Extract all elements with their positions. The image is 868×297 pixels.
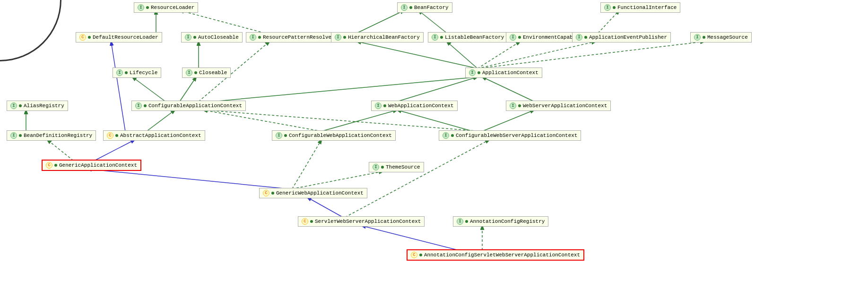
node-beanfactory[interactable]: IBeanFactory [397,2,452,13]
svg-line-13 [447,42,477,68]
node-aliasregistry[interactable]: IAliasRegistry [7,101,68,111]
node-label: DefaultResourceLoader [93,34,158,40]
node-applicationeventpublisher[interactable]: IApplicationEventPublisher [572,32,671,42]
svg-line-33 [362,226,459,250]
node-configurableapplicationcontext[interactable]: IConfigurableApplicationContext [131,101,246,111]
node-lifecycle[interactable]: ILifecycle [113,68,161,78]
node-label: AliasRegistry [24,103,64,109]
node-messagesource[interactable]: IMessageSource [690,32,752,42]
node-label: HierarchicalBeanFactory [348,34,420,40]
svg-line-14 [477,42,520,68]
node-abstractapplicationcontext[interactable]: CAbstractApplicationContext [103,130,205,141]
node-type-badge: I [116,69,123,76]
node-label: ConfigurableApplicationContext [148,103,242,109]
node-label: EnvironmentCapable [523,34,579,40]
node-dot [258,36,261,39]
node-annotationconfigregistry[interactable]: IAnnotationConfigRegistry [453,216,548,227]
node-annotationconfigservletwebserverapplicationcontext[interactable]: CAnnotationConfigServletWebServerApplica… [407,249,584,261]
node-label: ApplicationEventPublisher [589,34,667,40]
svg-line-26 [203,110,482,131]
node-dot [477,71,480,74]
node-dot [451,134,454,137]
node-dot [409,6,412,9]
svg-line-2 [357,10,404,33]
node-dot [88,36,91,39]
node-environmentcapable[interactable]: IEnvironmentCapable [506,32,583,42]
node-label: AutoCloseable [198,34,239,40]
svg-line-7 [132,77,165,102]
node-dot [584,36,587,39]
node-label: ResourcePatternResolver [263,34,335,40]
node-type-badge: I [276,132,282,139]
node-beandefinitionregistry[interactable]: IBeanDefinitionRegistry [7,130,96,141]
svg-line-3 [418,10,447,33]
node-label: FunctionalInterface [617,5,677,10]
svg-line-1 [180,10,265,33]
node-type-badge: I [510,102,516,109]
svg-line-24 [482,110,534,131]
node-type-badge: I [250,34,256,41]
node-closeable[interactable]: ICloseable [182,68,231,78]
node-dot [310,220,313,223]
node-dot [343,36,346,39]
svg-line-10 [397,77,477,102]
node-label: AnnotationConfigRegistry [470,219,545,224]
svg-line-18 [47,140,73,161]
node-functionalinterface[interactable]: IFunctionalInterface [600,2,680,13]
node-defaultresourceloader[interactable]: CDefaultResourceLoader [76,32,162,42]
node-label: WebApplicationContext [388,103,454,109]
node-genericapplicationcontext[interactable]: CGenericApplicationContext [42,160,141,171]
node-autocloseable[interactable]: IAutoCloseable [181,32,243,42]
node-dot [465,220,468,223]
node-servlетwebserverapplicationcontext[interactable]: CServlетWebServerApplicationContext [298,216,425,227]
node-type-badge: I [443,132,449,139]
node-dot [115,134,118,137]
node-configurablewebapplicationcontext[interactable]: IConfigurableWebApplicationContext [272,130,396,141]
node-label: Lifecycle [130,70,157,76]
node-dot [19,104,22,107]
node-genericwebapplicationcontext[interactable]: CGenericWebApplicationContext [259,188,367,198]
diagram: IResourceLoaderIBeanFactoryIFunctionalIn… [0,0,868,297]
node-type-badge: I [375,102,382,109]
node-dot [194,71,197,74]
node-dot [419,254,422,256]
node-type-badge: I [10,102,17,109]
node-dot [146,6,149,9]
node-type-badge: I [138,4,144,11]
node-type-badge: I [510,34,516,41]
node-label: ThemeSource [386,164,420,170]
node-label: AbstractApplicationContext [120,133,201,138]
node-label: ConfigurableWebServerApplicationContext [456,133,577,138]
node-hierarchicalbeanfactory[interactable]: IHierarchicalBeanFactory [331,32,424,42]
node-themesource[interactable]: IThemeSource [369,162,424,172]
svg-line-11 [482,77,534,102]
node-type-badge: I [432,34,438,41]
node-resourcepatternresolver[interactable]: IResourcePatternResolver [246,32,339,42]
node-type-badge: C [79,34,86,41]
node-configurablewebserverapplicationcontext[interactable]: IConfigurableWebServerApplicationContext [439,130,581,141]
svg-line-22 [321,110,397,131]
node-label: WebServerApplicationContext [523,103,607,109]
svg-line-30 [307,197,343,217]
node-listablebeanfactory[interactable]: IListableBeanFactory [428,32,508,42]
node-webapplicationcontext[interactable]: IWebApplicationContext [371,101,458,111]
node-label: GenericWebApplicationContext [276,190,364,196]
node-label: ApplicationContext [482,70,538,76]
svg-line-19 [147,110,175,131]
svg-line-9 [213,77,477,102]
node-label: ResourceLoader [151,5,194,10]
node-type-badge: C [46,162,52,169]
node-dot [518,104,521,107]
node-label: MessageSource [707,34,748,40]
node-dot [125,71,128,74]
node-resourceloader[interactable]: IResourceLoader [134,2,198,13]
node-label: Closeable [199,70,227,76]
node-dot [613,6,616,9]
node-dot [144,104,147,107]
node-label: ServlетWebServerApplicationContext [315,219,421,224]
node-type-badge: I [10,132,17,139]
node-webserverapplicationcontext[interactable]: IWebServerApplicationContext [506,101,611,111]
svg-line-25 [203,110,321,131]
node-type-badge: I [694,34,701,41]
node-applicationcontext[interactable]: IApplicationContext [465,68,542,78]
